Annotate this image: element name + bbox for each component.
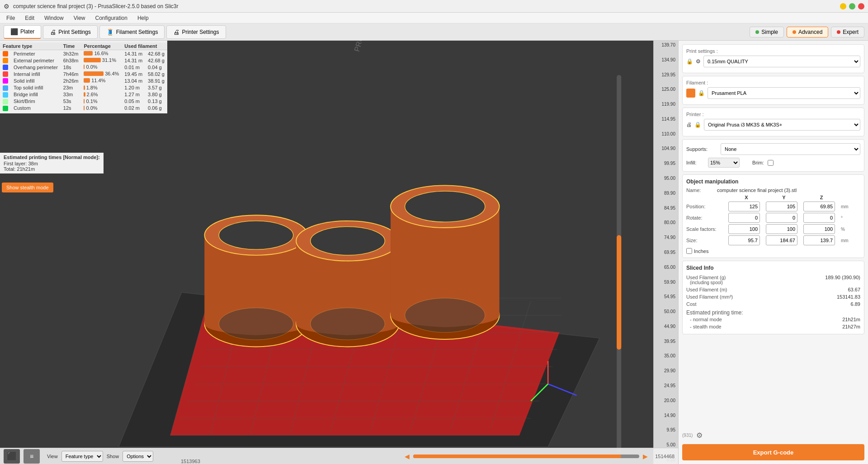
size-z-input[interactable] — [803, 235, 835, 245]
scale-unit: % — [841, 227, 854, 232]
printer-select[interactable]: Original Prusa i3 MK3S & MK3S+ — [704, 119, 860, 131]
filament-m-value: 63.67 — [848, 287, 860, 292]
table-row: Overhang perimeter 18s 0.0% 0.01 m 0.04 … — [0, 64, 167, 70]
tab-print-settings[interactable]: 🖨 Print Settings — [43, 25, 97, 39]
toolbar: ⬛ Plater 🖨 Print Settings 🧵 Filament Set… — [0, 23, 868, 41]
ruler-tick: 114.95 — [655, 117, 677, 122]
menu-file[interactable]: File — [2, 14, 19, 22]
plater-icon: ⬛ — [10, 28, 18, 35]
menubar: File Edit Window View Configuration Help — [0, 13, 868, 23]
view-cube-icon[interactable]: ⬛ — [4, 449, 20, 464]
position-z-input[interactable] — [803, 202, 835, 211]
timeline-thumb — [413, 455, 621, 458]
filament-select[interactable]: Prusament PLA — [708, 87, 860, 99]
cost-label: Cost — [686, 301, 697, 307]
export-gcode-button[interactable]: Export G-code — [682, 444, 864, 460]
filament-color-swatch — [686, 89, 695, 98]
table-row: Perimeter 3h32m 16.6% 14.31 m 42.68 g — [0, 50, 167, 57]
size-x-input[interactable] — [728, 235, 760, 245]
window-controls — [840, 3, 864, 9]
simple-mode-button[interactable]: Simple — [750, 27, 784, 37]
normal-mode-value: 21h21m — [842, 317, 860, 322]
ruler-tick: 104.90 — [655, 146, 677, 151]
tab-plater[interactable]: ⬛ Plater — [4, 25, 41, 39]
ruler-tick: 69.95 — [655, 250, 677, 255]
ruler-tick: 5.00 — [655, 442, 677, 447]
size-y-input[interactable] — [766, 235, 797, 245]
print-settings-select[interactable]: 0.15mm QUALITY — [703, 56, 860, 67]
expert-dot — [837, 30, 840, 34]
rotate-z-input[interactable] — [803, 213, 835, 223]
printer-icon-sym: 🖨 — [686, 122, 692, 128]
advanced-dot — [793, 30, 796, 34]
ruler-tick: 35.00 — [655, 353, 677, 358]
close-button[interactable] — [858, 3, 864, 9]
titlebar: ⚙ computer science final project (3) - P… — [0, 0, 868, 13]
svg-point-30 — [311, 308, 385, 340]
table-row: Bridge infill 33m 2.6% 1.27 m 3.80 g — [0, 91, 167, 98]
minimize-button[interactable] — [840, 3, 846, 9]
stealth-mode-value: 21h27m — [842, 324, 860, 329]
main-area: PRUSA i3 MK3S by Josef Průša Feature typ… — [0, 41, 868, 464]
menu-configuration[interactable]: Configuration — [91, 14, 132, 22]
titlebar-title: computer science final project (3) - Pru… — [13, 3, 179, 9]
table-row: Custom 12s 0.0% 0.02 m 0.06 g — [0, 105, 167, 112]
view-select[interactable]: Feature type — [61, 451, 103, 462]
scale-z-input[interactable] — [803, 224, 835, 234]
stealth-mode-button[interactable]: Show stealth mode — [2, 183, 53, 192]
scale-y-input[interactable] — [766, 224, 797, 234]
ruler-tick: 44.90 — [655, 324, 677, 329]
expert-mode-button[interactable]: Expert — [831, 27, 864, 37]
first-layer-time: First layer: 38m — [4, 161, 100, 166]
filament-icon: 🧵 — [106, 28, 114, 36]
layer-view-icon[interactable]: ≡ — [24, 449, 40, 464]
rotate-label: Rotate: — [686, 215, 727, 220]
print-settings-gear-icon: ⚙ — [696, 58, 701, 65]
bottom-bar: ⬛ ≡ View Feature type Show Options ◀ ▶ 1… — [0, 448, 678, 464]
svg-rect-40 — [617, 235, 621, 350]
scroll-right-arrow[interactable]: ▶ — [643, 453, 648, 460]
svg-point-24 — [219, 221, 293, 249]
show-select[interactable]: Options — [123, 451, 153, 462]
scroll-left-arrow[interactable]: ◀ — [405, 453, 410, 460]
view-label: View — [47, 454, 58, 459]
rotate-y-input[interactable] — [766, 213, 797, 223]
filament-mm3-value: 153141.83 — [837, 294, 860, 300]
rotate-x-input[interactable] — [728, 213, 760, 223]
menu-edit[interactable]: Edit — [20, 14, 39, 22]
scale-x-input[interactable] — [728, 224, 760, 234]
ruler-tick: 129.95 — [655, 72, 677, 77]
ruler-tick: 95.00 — [655, 176, 677, 181]
supports-label: Supports: — [686, 146, 718, 152]
menu-help[interactable]: Help — [133, 14, 153, 22]
settings-gear-icon[interactable]: ⚙ — [696, 431, 703, 440]
advanced-mode-button[interactable]: Advanced — [787, 27, 828, 37]
show-label: Show — [107, 454, 119, 459]
tab-filament-settings[interactable]: 🧵 Filament Settings — [99, 25, 165, 39]
maximize-button[interactable] — [849, 3, 855, 9]
infill-select[interactable]: 15% — [708, 158, 740, 168]
total-time: Total: 21h21m — [4, 166, 100, 172]
brim-checkbox[interactable] — [768, 160, 774, 166]
printer-label: Printer : — [686, 112, 860, 117]
ruler-tick: 139.70 — [655, 42, 677, 47]
normal-mode-label: - normal mode — [690, 317, 722, 322]
ruler-tick: 74.90 — [655, 235, 677, 240]
timeline-scrollbar[interactable] — [413, 455, 639, 458]
filament-section: Filament : 🔒 Prusament PLA — [682, 76, 864, 105]
table-row: External perimeter 6h38m 31.1% 14.31 m 4… — [0, 57, 167, 64]
menu-window[interactable]: Window — [40, 14, 68, 22]
position-x-input[interactable] — [728, 202, 760, 211]
col-percentage: Percentage — [81, 42, 122, 50]
table-row: Skirt/Brim 53s 0.1% 0.05 m 0.13 g — [0, 98, 167, 105]
tab-printer-settings[interactable]: 🖨 Printer Settings — [166, 25, 226, 39]
svg-point-25 — [219, 308, 293, 340]
ruler-tick: 29.90 — [655, 368, 677, 373]
position-y-input[interactable] — [766, 202, 797, 211]
inches-label: Inches — [694, 248, 708, 254]
table-row: Top solid infill 23m 1.8% 1.20 m 3.57 g — [0, 84, 167, 91]
inches-checkbox[interactable] — [686, 248, 692, 254]
menu-view[interactable]: View — [69, 14, 90, 22]
cost-value: 6.89 — [851, 301, 860, 307]
supports-select[interactable]: None — [721, 143, 860, 155]
